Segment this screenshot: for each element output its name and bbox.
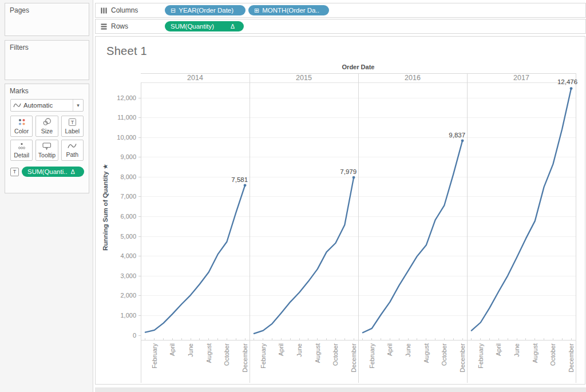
month-label: October: [332, 343, 339, 366]
y-tick-label: 0: [133, 332, 136, 339]
month-order-date-pill-text: MONTH(Order Da..: [262, 7, 319, 14]
y-tick-label: 4,000: [120, 252, 136, 259]
horizontal-scrollbar[interactable]: [95, 387, 586, 392]
sidebar: Pages Filters Marks Automatic ▾ Color: [0, 0, 93, 392]
month-label: December: [241, 343, 248, 373]
month-label: June: [405, 343, 411, 357]
month-label: August: [205, 343, 212, 363]
rows-shelf-label: Rows: [111, 22, 128, 30]
path-button-label: Path: [66, 151, 79, 158]
y-tick-label: 5,000: [120, 233, 136, 240]
marks-label: Marks: [5, 84, 89, 95]
y-tick-label: 7,000: [120, 193, 136, 200]
color-button[interactable]: Color: [10, 116, 33, 137]
month-label: April: [386, 343, 393, 356]
month-label: August: [314, 343, 321, 363]
text-mark-icon: T: [10, 168, 19, 176]
month-label: April: [495, 343, 502, 356]
year-header-2015: 2015: [296, 74, 312, 82]
detail-icon: [18, 142, 26, 151]
columns-pills: ⊟ YEAR(Order Date) ⊞ MONTH(Order Da..: [165, 5, 329, 15]
rows-shelf[interactable]: Rows SUM(Quantity) Δ: [95, 19, 586, 34]
color-icon: [18, 118, 26, 127]
y-tick-label: 9,000: [120, 153, 136, 160]
y-tick-label: 1,000: [120, 312, 136, 319]
series-end-mark-2015[interactable]: [353, 176, 355, 179]
y-axis-title: Running Sum of Quantity ★: [102, 164, 109, 251]
month-label: February: [151, 343, 158, 369]
year-header-2016: 2016: [405, 74, 421, 82]
month-label: December: [568, 343, 575, 373]
month-label: February: [369, 343, 375, 369]
month-label: October: [549, 343, 556, 366]
chevron-down-icon[interactable]: ▾: [73, 100, 83, 111]
marks-sum-quantity-pill[interactable]: SUM(Quanti.. Δ: [22, 167, 84, 177]
month-label: October: [441, 343, 448, 366]
marks-button-grid: Color Size T Label Detail Tooltip: [10, 116, 84, 161]
worksheet-area: Sheet 1 Order Date01,0002,0003,0004,0005…: [95, 36, 585, 385]
columns-shelf-label: Columns: [111, 6, 138, 14]
text-label-icon: T: [69, 118, 76, 127]
month-label: April: [169, 343, 176, 356]
filters-label: Filters: [5, 41, 89, 52]
year-header-2017: 2017: [513, 74, 529, 82]
pages-label: Pages: [5, 3, 89, 14]
marks-pill-row: T SUM(Quanti.. Δ: [10, 167, 84, 177]
path-icon: [68, 142, 77, 151]
y-tick-label: 8,000: [120, 173, 136, 180]
columns-shelf[interactable]: Columns ⊟ YEAR(Order Date) ⊞ MONTH(Order…: [95, 3, 586, 18]
month-order-date-pill[interactable]: ⊞ MONTH(Order Da..: [248, 5, 329, 15]
rows-pills: SUM(Quantity) Δ: [165, 21, 244, 31]
mark-type-dropdown[interactable]: Automatic ▾: [10, 99, 84, 112]
filters-shelf-card[interactable]: Filters: [5, 40, 89, 80]
end-value-label-2014: 7,581: [231, 176, 248, 183]
size-button-label: Size: [41, 128, 53, 134]
y-tick-label: 3,000: [120, 272, 136, 279]
columns-icon: [101, 7, 107, 14]
rows-icon: [101, 23, 107, 30]
series-line-2014[interactable]: [145, 185, 245, 332]
tooltip-button-label: Tooltip: [38, 152, 56, 159]
month-label: April: [278, 343, 284, 356]
delta-icon: Δ: [227, 23, 238, 30]
collapse-hierarchy-icon[interactable]: ⊟: [171, 7, 176, 14]
series-line-2015[interactable]: [254, 177, 354, 334]
series-end-mark-2017[interactable]: [570, 87, 573, 90]
series-end-mark-2016[interactable]: [461, 139, 464, 142]
month-label: October: [223, 343, 230, 366]
tableau-window: Pages Filters Marks Automatic ▾ Color: [0, 0, 586, 392]
path-button[interactable]: Path: [61, 140, 84, 161]
month-label: June: [296, 343, 303, 357]
size-button[interactable]: Size: [35, 116, 58, 137]
y-tick-label: 11,000: [117, 114, 136, 121]
line-mark-icon: [11, 102, 23, 108]
month-label: February: [260, 343, 267, 369]
month-label: December: [459, 343, 466, 373]
marks-card: Marks Automatic ▾ Color Size T: [5, 84, 89, 193]
label-button[interactable]: T Label: [61, 116, 84, 137]
year-order-date-pill-text: YEAR(Order Date): [179, 7, 233, 14]
label-button-label: Label: [65, 128, 80, 134]
month-label: February: [477, 343, 484, 369]
month-label: June: [513, 343, 520, 357]
end-value-label-2015: 7,979: [340, 168, 357, 175]
year-order-date-pill[interactable]: ⊟ YEAR(Order Date): [165, 5, 246, 15]
sum-quantity-pill[interactable]: SUM(Quantity) Δ: [165, 21, 244, 31]
svg-text:T: T: [71, 119, 74, 125]
tooltip-button[interactable]: Tooltip: [35, 140, 58, 161]
end-value-label-2017: 12,476: [557, 78, 577, 85]
end-value-label-2016: 9,837: [449, 132, 465, 138]
chart: Order Date01,0002,0003,0004,0005,0006,00…: [96, 37, 586, 385]
order-date-field-label: Order Date: [342, 64, 375, 70]
y-tick-label: 12,000: [117, 94, 136, 101]
series-line-2017[interactable]: [472, 89, 571, 331]
detail-button[interactable]: Detail: [10, 140, 33, 161]
series-end-mark-2014[interactable]: [244, 184, 247, 187]
color-button-label: Color: [14, 128, 29, 134]
marks-pill-text: SUM(Quanti..: [27, 168, 68, 175]
expand-hierarchy-icon[interactable]: ⊞: [254, 7, 259, 14]
detail-button-label: Detail: [14, 152, 29, 159]
pages-shelf-card[interactable]: Pages: [5, 3, 89, 36]
y-tick-label: 10,000: [117, 134, 136, 141]
month-label: June: [187, 343, 194, 357]
